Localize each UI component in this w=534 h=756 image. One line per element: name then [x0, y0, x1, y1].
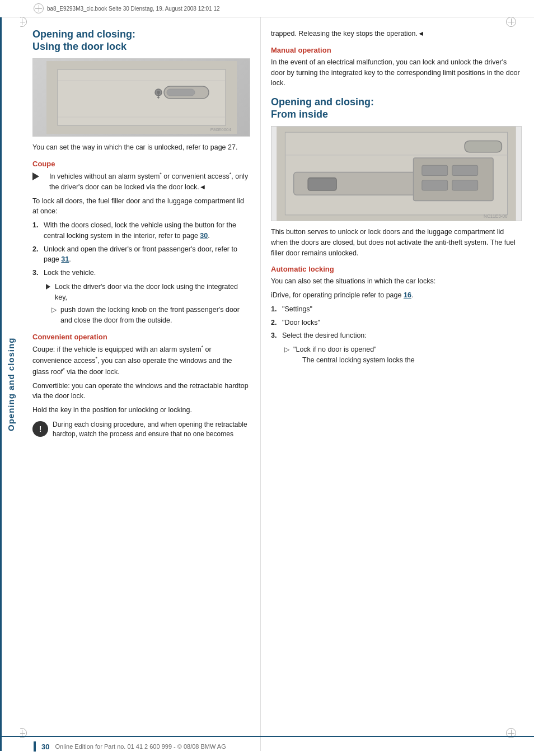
- page-ref-16[interactable]: 16: [404, 291, 411, 299]
- door-lock-image: P80E0004: [32, 58, 250, 137]
- page-footer: 30 Online Edition for Part no. 01 41 2 6…: [0, 736, 534, 756]
- meta-bar-text: ba8_E9293M3_cic.book Seite 30 Dienstag, …: [47, 6, 220, 12]
- from-inside-body: This button serves to unlock or lock doo…: [271, 227, 522, 258]
- convenient-text1: Coupe: if the vehicle is equipped with a…: [32, 344, 250, 377]
- step-3: 3. Lock the vehicle.: [32, 268, 250, 278]
- spacer1: [271, 92, 522, 96]
- left-section-heading: Opening and closing: Using the door lock: [32, 29, 250, 53]
- convenient-text2: Convertible: you can operate the windows…: [32, 381, 250, 402]
- auto-step-2: 2. "Door locks": [271, 318, 522, 328]
- svg-rect-18: [422, 180, 448, 190]
- svg-rect-19: [452, 180, 478, 190]
- sub-bullet-list: Lock the driver's door via the door lock…: [32, 282, 250, 326]
- svg-rect-17: [452, 165, 478, 175]
- coupe-heading: Coupe: [32, 160, 250, 168]
- coupe-body-text: To lock all doors, the fuel filler door …: [32, 196, 250, 217]
- svg-text:P80E0004: P80E0004: [210, 127, 231, 132]
- auto-sub-bullet-list: ▷ "Lock if no door is opened" The centra…: [271, 344, 522, 366]
- footer-bar: [34, 741, 36, 752]
- open-arrow-2: ▷: [51, 305, 60, 315]
- page-ref-30a[interactable]: 30: [200, 232, 208, 240]
- auto-locking-steps-list: 1. "Settings" 2. "Door locks" 3. Select …: [271, 304, 522, 341]
- sidebar-label: Opening and closing: [0, 17, 20, 751]
- auto-locking-text: You can also set the situations in which…: [271, 276, 522, 287]
- svg-rect-15: [414, 158, 494, 200]
- convenient-heading: Convenient operation: [32, 333, 250, 341]
- svg-rect-16: [422, 165, 448, 175]
- svg-point-7: [157, 91, 160, 94]
- idrive-text: iDrive, for operating principle refer to…: [271, 290, 522, 301]
- svg-text:NC11E3-06: NC11E3-06: [484, 214, 508, 219]
- auto-step-3: 3. Select the desired function:: [271, 330, 522, 341]
- numbered-steps-list: 1. With the doors closed, lock the vehic…: [32, 220, 250, 278]
- svg-rect-3: [167, 89, 195, 96]
- coupe-note-box: In vehicles without an alarm system* or …: [32, 171, 250, 193]
- warning-box: ! During each closing procedure, and whe…: [32, 420, 250, 439]
- coupe-note-text: In vehicles without an alarm system* or …: [49, 171, 250, 193]
- interior-door-svg: NC11E3-06: [271, 127, 521, 221]
- from-inside-heading: Opening and closing: From inside: [271, 96, 522, 120]
- manual-heading: Manual operation: [271, 46, 522, 54]
- convenient-text3: Hold the key in the position for unlocki…: [32, 405, 250, 416]
- auto-sub-1: ▷ "Lock if no door is opened" The centra…: [284, 344, 522, 366]
- auto-locking-heading: Automatic locking: [271, 265, 522, 273]
- left-column: Opening and closing: Using the door lock: [20, 17, 261, 751]
- step-2: 2. Unlock and open the driver's or front…: [32, 244, 250, 265]
- door-lock-illustration: P80E0004: [33, 59, 250, 136]
- right-column: trapped. Releasing the key stops the ope…: [261, 17, 534, 751]
- open-arrow-auto: ▷: [284, 344, 293, 355]
- page-number: 30: [41, 743, 49, 751]
- page-ref-31[interactable]: 31: [61, 255, 69, 263]
- meta-bar: ba8_E9293M3_cic.book Seite 30 Dienstag, …: [0, 0, 534, 17]
- svg-rect-20: [308, 178, 336, 190]
- svg-rect-21: [465, 141, 502, 152]
- page-outer: Opening and closing Opening and closing:…: [0, 17, 534, 751]
- door-lock-svg: P80E0004: [46, 61, 237, 134]
- note-triangle-icon: [32, 171, 46, 182]
- interior-door-image: NC11E3-06: [271, 126, 522, 221]
- sub-bullet-1: Lock the driver's door via the door lock…: [46, 282, 250, 303]
- footer-text: Online Edition for Part no. 01 41 2 600 …: [55, 743, 226, 750]
- warning-icon: !: [32, 421, 48, 437]
- main-content: Opening and closing: Using the door lock: [20, 17, 534, 751]
- auto-step-1: 1. "Settings": [271, 304, 522, 315]
- warning-text: During each closing procedure, and when …: [53, 420, 250, 439]
- filled-arrow-1: [46, 282, 55, 293]
- step-1: 1. With the doors closed, lock the vehic…: [32, 220, 250, 241]
- sub-bullet-2: ▷ push down the locking knob on the fron…: [51, 305, 250, 326]
- crosshair-icon: [34, 3, 44, 13]
- manual-text: In the event of an electrical malfunctio…: [271, 57, 522, 88]
- trapped-text: trapped. Releasing the key stops the ope…: [271, 29, 522, 39]
- intro-text: You can set the way in which the car is …: [32, 142, 250, 153]
